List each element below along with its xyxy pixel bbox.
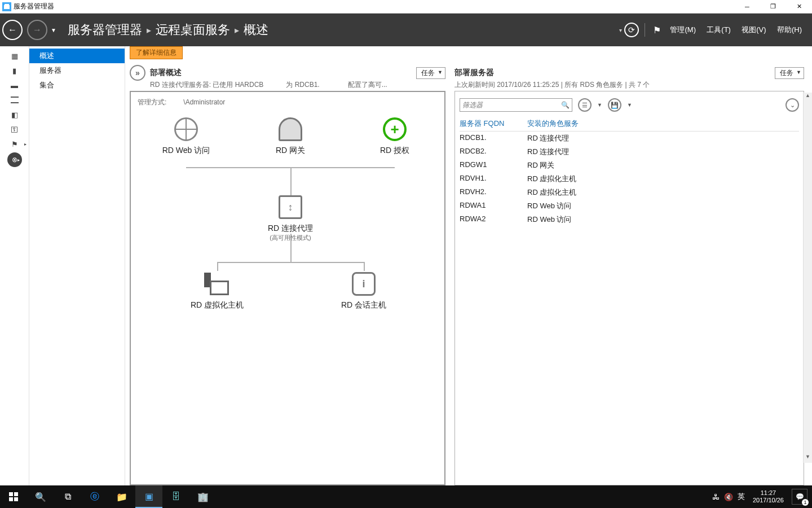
table-row[interactable]: RDWA1RD Web 访问: [460, 199, 799, 213]
search-button[interactable]: 🔍: [27, 485, 54, 508]
taskbar: 🔍 ⧉ ⓔ 📁 ▣ 🗄 🏢 🖧 🔇 英 11:27 2017/10/26 💬1: [0, 485, 812, 508]
node-rd-gateway[interactable]: RD 网关: [251, 116, 330, 156]
scroll-up-icon[interactable]: ▲: [804, 93, 812, 102]
cell-fqdn: RDVH2.: [460, 187, 527, 198]
deployment-servers-panel: 部署服务器 任务 上次刷新时间 2017/10/26 11:25:25 | 所有…: [454, 46, 804, 485]
sidenav-servers[interactable]: 服务器: [29, 63, 125, 78]
volume-icon[interactable]: 🔇: [724, 493, 733, 501]
rail-server-icon[interactable]: ▮: [0, 63, 29, 78]
broker-icon: ↕: [279, 195, 302, 219]
cell-role: RD 连接代理: [527, 133, 799, 143]
action-center-icon[interactable]: 💬1: [792, 489, 807, 505]
crumb-section[interactable]: 远程桌面服务: [156, 21, 230, 38]
table-headers: 服务器 FQDN 安装的角色服务: [460, 116, 799, 132]
rail-key-icon[interactable]: ⚿: [0, 122, 29, 137]
app-icon: [2, 2, 11, 11]
rail-rds-icon[interactable]: ⊗▸: [7, 152, 22, 167]
search-icon[interactable]: 🔍: [561, 101, 570, 109]
info-icon: i: [352, 272, 376, 296]
panel-title: 部署服务器: [454, 68, 494, 78]
table-row[interactable]: RDCB2.RD 连接代理: [460, 145, 799, 159]
panel-subtitle: RD 连接代理服务器: 已使用 HARDCB 为 RDCB1. 配置了高可...: [150, 80, 445, 90]
top-nav: ← → ▼ 服务器管理器 ▸ 远程桌面服务 ▸ 概述 ▾ ⟳ ⚑ 管理(M) 工…: [0, 14, 812, 46]
crumb-page[interactable]: 概述: [244, 21, 268, 38]
menu-view[interactable]: 视图(V): [742, 25, 766, 34]
node-rd-vhost[interactable]: RD 虚拟化主机: [178, 271, 257, 310]
main-content: 了解详细信息 » 部署概述 任务 RD 连接代理服务器: 已使用 HARDCB …: [125, 46, 812, 485]
table-row[interactable]: RDVH1.RD 虚拟化主机: [460, 172, 799, 186]
cell-role: RD 连接代理: [527, 147, 799, 157]
node-label: RD 授权: [355, 146, 434, 156]
panel-icon: »: [130, 65, 145, 81]
expand-button[interactable]: ⌄: [785, 98, 799, 112]
menu-tools[interactable]: 工具(T): [707, 25, 731, 34]
tasks-dropdown[interactable]: 任务: [775, 67, 804, 79]
table-row[interactable]: RDWA2RD Web 访问: [460, 213, 799, 226]
nav-history-dropdown[interactable]: ▼: [51, 27, 56, 33]
mgmt-label: 管理方式:: [138, 98, 182, 107]
separator: [645, 23, 645, 37]
task-view-button[interactable]: ⧉: [54, 485, 81, 508]
edge-icon[interactable]: ⓔ: [81, 485, 108, 508]
table-row[interactable]: RDVH2.RD 虚拟化主机: [460, 186, 799, 199]
rail-all-servers-icon[interactable]: ▬: [0, 78, 29, 93]
start-button[interactable]: [0, 485, 27, 508]
maximize-button[interactable]: ❐: [760, 0, 786, 14]
app-icon-2[interactable]: 🏢: [189, 485, 217, 508]
cell-role: RD 虚拟化主机: [527, 174, 799, 184]
menu-help[interactable]: 帮助(H): [777, 25, 802, 34]
panel-title: 部署概述: [150, 68, 182, 78]
node-rd-broker[interactable]: ↕ RD 连接代理 (高可用性模式): [251, 194, 330, 242]
nav-back-button[interactable]: ←: [2, 20, 23, 40]
clock[interactable]: 11:27 2017/10/26: [749, 489, 787, 504]
info-notice[interactable]: 了解详细信息: [130, 46, 183, 59]
chevron-right-icon: ▸: [147, 25, 151, 36]
save-query-button[interactable]: 💾: [608, 98, 621, 112]
close-button[interactable]: ✕: [786, 0, 812, 14]
node-rd-session[interactable]: i RD 会话主机: [324, 271, 403, 310]
date-text: 2017/10/26: [753, 497, 784, 504]
deployment-diagram: RD Web 访问 RD 网关 + RD 授权 ↕ RD 连接代理 (高可用性模…: [135, 111, 440, 404]
view-options-button[interactable]: ☰: [578, 98, 592, 112]
crumb-root[interactable]: 服务器管理器: [68, 21, 142, 38]
node-label: RD Web 访问: [147, 146, 226, 156]
servers-toolbar: 🔍 ☰▼ 💾▼ ⌄: [460, 96, 799, 116]
col-role[interactable]: 安装的角色服务: [527, 119, 799, 129]
scroll-down-icon[interactable]: ▼: [804, 454, 812, 463]
rail-flag-icon[interactable]: ⚑▸: [0, 137, 29, 151]
filter-box[interactable]: 🔍: [460, 98, 572, 112]
filter-input[interactable]: [462, 101, 561, 109]
table-row[interactable]: RDCB1.RD 连接代理: [460, 132, 799, 145]
dropdown-icon[interactable]: ▾: [619, 27, 622, 33]
sub-suffix: 配置了高可...: [348, 80, 387, 90]
rail-nodes-icon[interactable]: ◧: [0, 107, 29, 122]
ime-indicator[interactable]: 英: [738, 492, 745, 502]
cell-role: RD Web 访问: [527, 201, 799, 211]
server-manager-icon[interactable]: ▣: [135, 485, 162, 508]
refresh-button[interactable]: ⟳: [624, 23, 639, 37]
col-fqdn[interactable]: 服务器 FQDN: [460, 119, 527, 129]
window-title: 服务器管理器: [14, 2, 54, 11]
rail-group-icon[interactable]: [0, 93, 29, 107]
notifications-flag-icon[interactable]: ⚑: [653, 25, 661, 36]
tasks-dropdown[interactable]: 任务: [416, 67, 445, 79]
globe-icon: [174, 117, 198, 141]
table-row[interactable]: RDGW1RD 网关: [460, 159, 799, 172]
gateway-icon: [279, 117, 302, 141]
title-bar: 服务器管理器 ─ ❐ ✕: [0, 0, 812, 14]
scrollbar[interactable]: ▲ ▼: [803, 93, 812, 463]
node-label: RD 会话主机: [324, 300, 403, 310]
sidenav-overview[interactable]: 概述: [29, 49, 125, 63]
cell-role: RD Web 访问: [527, 214, 799, 225]
side-nav: 概述 服务器 集合: [29, 46, 125, 485]
rail-dashboard-icon[interactable]: ▦: [0, 49, 29, 63]
minimize-button[interactable]: ─: [734, 0, 760, 14]
app-icon-1[interactable]: 🗄: [162, 485, 189, 508]
node-rd-web[interactable]: RD Web 访问: [147, 116, 226, 156]
menu-manage[interactable]: 管理(M): [670, 25, 696, 34]
network-icon[interactable]: 🖧: [712, 493, 720, 501]
sidenav-collections[interactable]: 集合: [29, 78, 125, 93]
explorer-icon[interactable]: 📁: [108, 485, 135, 508]
node-rd-license[interactable]: + RD 授权: [355, 116, 434, 156]
node-label: RD 网关: [251, 146, 330, 156]
